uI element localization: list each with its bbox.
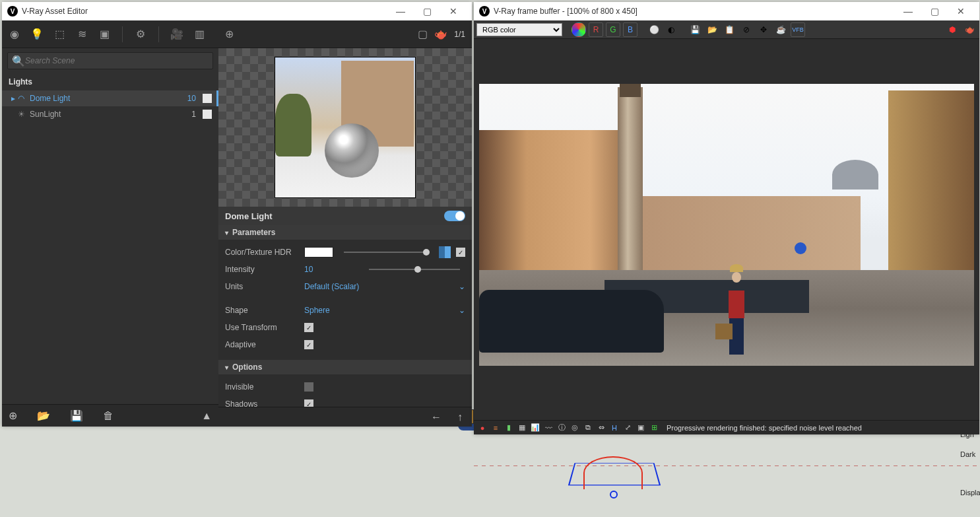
intensity-value[interactable]: 10 [304, 265, 364, 274]
close-button[interactable]: ✕ [948, 2, 974, 20]
geometry-tab-icon[interactable]: ⬚ [52, 27, 67, 42]
intensity-slider[interactable] [369, 269, 460, 270]
open-folder-icon[interactable]: 📂 [37, 409, 50, 422]
save-image-icon[interactable]: 💾 [688, 22, 702, 37]
lights-section-header: Lights [2, 73, 218, 90]
adaptive-check[interactable] [304, 340, 313, 349]
status-layers-icon[interactable]: ≡ [490, 423, 502, 433]
preview-render [275, 57, 416, 198]
status-dot-icon[interactable]: ● [476, 423, 488, 433]
rgb-channels-icon[interactable] [572, 22, 586, 37]
invisible-check[interactable] [304, 382, 313, 392]
green-channel-button[interactable]: G [606, 22, 620, 37]
back-icon[interactable]: ← [431, 411, 441, 423]
start-render-icon[interactable]: 🫖 [962, 22, 977, 37]
status-compare-icon[interactable]: ⧉ [582, 423, 594, 433]
list-item-sunlight[interactable]: ☀ SunLight 1 [2, 106, 218, 122]
color-swatch[interactable] [304, 247, 333, 258]
materials-tab-icon[interactable]: ◉ [7, 27, 22, 42]
enable-checkbox[interactable] [203, 110, 212, 119]
param-color-texture: Color/Texture HDR [225, 244, 465, 261]
status-plus-icon[interactable]: ⊞ [648, 423, 660, 433]
window-title: V-Ray frame buffer - [100% of 800 x 450] [494, 7, 637, 16]
settings-icon[interactable]: ⚙ [133, 27, 148, 42]
enable-checkbox[interactable] [203, 94, 212, 103]
clear-image-icon[interactable]: ⊘ [739, 22, 754, 37]
param-invisible: Invisible [225, 378, 465, 396]
status-green-icon[interactable]: ▮ [503, 423, 515, 433]
light-enable-toggle[interactable] [444, 211, 465, 221]
shape-value[interactable]: Sphere [304, 306, 330, 315]
list-item-label: SunLight [30, 110, 175, 119]
channel-select[interactable]: RGB color [476, 23, 562, 36]
parameters-rollout[interactable]: Parameters [218, 225, 472, 240]
status-region-icon[interactable]: ▣ [635, 423, 647, 433]
asset-category-toolbar: ◉ 💡 ⬚ ≋ ▣ ⚙ 🎥 ▥ [2, 20, 218, 48]
preview-frame-icon[interactable]: ▢ [418, 28, 428, 40]
preview-target-icon[interactable]: ⊕ [225, 28, 234, 40]
purge-icon[interactable]: ▲ [201, 410, 212, 422]
status-chart-icon[interactable]: 📊 [529, 423, 541, 433]
dome-light-gizmo[interactable] [572, 451, 657, 496]
search-input[interactable] [25, 56, 209, 65]
red-channel-button[interactable]: R [589, 22, 603, 37]
region-render-icon[interactable]: ✥ [756, 22, 771, 37]
status-grid-icon[interactable]: ▦ [516, 423, 528, 433]
status-zoom-icon[interactable]: ⤢ [622, 423, 634, 433]
expand-caret-icon[interactable]: ▸ [11, 94, 18, 103]
search-scene[interactable]: 🔍 [7, 52, 213, 69]
search-icon: 🔍 [12, 55, 25, 67]
close-button[interactable]: ✕ [440, 2, 467, 20]
asset-editor-titlebar[interactable]: V-Ray Asset Editor — ▢ ✕ [2, 2, 472, 20]
preview-teapot-icon[interactable]: 🫖 [434, 28, 447, 40]
color-slider[interactable] [344, 252, 430, 253]
texture-button[interactable] [439, 246, 451, 258]
maximize-button[interactable]: ▢ [414, 2, 440, 20]
status-ab-icon[interactable]: ⇔ [595, 423, 607, 433]
link-vfb-icon[interactable]: VFB [791, 22, 805, 37]
shadows-check[interactable] [304, 399, 313, 407]
status-lens-icon[interactable]: ◎ [569, 423, 581, 433]
load-image-icon[interactable]: 📂 [705, 22, 719, 37]
list-item-dome-light[interactable]: ▸ ◠ Dome Light 10 [2, 90, 218, 106]
status-info-icon[interactable]: ⓘ [556, 423, 568, 433]
delete-icon[interactable]: 🗑 [103, 410, 114, 422]
save-icon[interactable]: 💾 [70, 409, 83, 422]
status-history-h-icon[interactable]: H [608, 423, 620, 433]
create-asset-icon[interactable]: ⊕ [9, 409, 17, 422]
param-shadows: Shadows [225, 396, 465, 407]
texture-enable-check[interactable] [456, 248, 465, 257]
rendered-image [479, 84, 974, 366]
param-adaptive: Adaptive [225, 336, 465, 353]
copy-image-icon[interactable]: 📋 [722, 22, 736, 37]
param-intensity: Intensity 10 [225, 261, 465, 278]
units-value[interactable]: Default (Scalar) [304, 282, 359, 291]
shape-dropdown-icon[interactable]: ⌄ [459, 306, 465, 315]
units-dropdown-icon[interactable]: ⌄ [459, 282, 465, 291]
blue-channel-button[interactable]: B [623, 22, 637, 37]
lights-tab-icon[interactable]: 💡 [30, 27, 44, 42]
status-curve-icon[interactable]: 〰 [542, 423, 554, 433]
asset-editor-window: V-Ray Asset Editor — ▢ ✕ ◉ 💡 ⬚ ≋ ▣ ⚙ 🎥 ▥… [2, 2, 472, 427]
render-viewport[interactable] [474, 39, 979, 420]
status-text: Progressive rendering finished: specifie… [667, 424, 862, 432]
frame-buffer-titlebar[interactable]: V-Ray frame buffer - [100% of 800 x 450]… [474, 2, 979, 20]
material-preview[interactable] [218, 48, 472, 207]
asset-list-footer: ⊕ 📂 💾 🗑 ▲ [2, 404, 218, 427]
track-mouse-icon[interactable]: ☕ [773, 22, 788, 37]
mono-channel-icon[interactable]: ⚪ [647, 22, 661, 37]
options-rollout[interactable]: Options [218, 360, 472, 374]
minimize-button[interactable]: — [387, 2, 414, 20]
viewport-background [0, 425, 980, 517]
use-transform-check[interactable] [304, 323, 313, 332]
asset-list-panel: ◉ 💡 ⬚ ≋ ▣ ⚙ 🎥 ▥ 🔍 Lights ▸ ◠ Dome [2, 20, 218, 427]
alpha-channel-icon[interactable]: ◐ [664, 22, 678, 37]
maximize-button[interactable]: ▢ [921, 2, 948, 20]
layers-tab-icon[interactable]: ≋ [75, 27, 89, 42]
stop-render-icon[interactable]: ⬢ [945, 22, 960, 37]
render-icon[interactable]: 🎥 [170, 27, 184, 42]
minimize-button[interactable]: — [895, 2, 921, 20]
frame-buffer-icon[interactable]: ▥ [192, 27, 207, 42]
up-icon[interactable]: ↑ [457, 411, 463, 423]
render-elements-tab-icon[interactable]: ▣ [97, 27, 112, 42]
